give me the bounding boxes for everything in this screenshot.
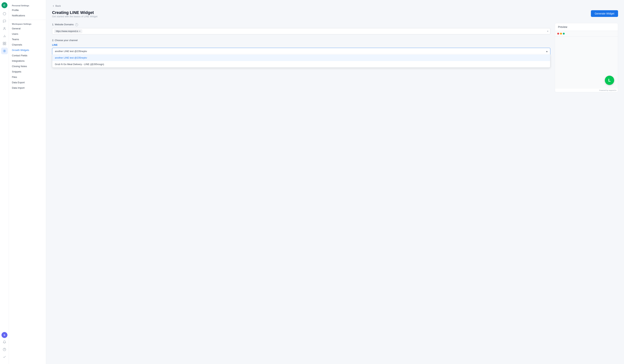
svg-point-0 [3,12,6,15]
channel-select[interactable]: another LINE test @235rwykv ▴ [52,48,550,54]
main-content: Back Creating LINE Widget Get started wi… [46,0,624,364]
workspace-settings-title: Workspace Settings [9,21,46,26]
preview-window-bar [555,31,618,37]
form-section: 1. Website Domains ? https://www.respond… [52,23,550,360]
step-1-label: 1. Website Domains ? [52,23,550,26]
contacts-icon[interactable] [1,25,8,32]
domain-tags: https://www.respond.io × [54,29,547,33]
sidebar-item-files[interactable]: Files [9,74,46,80]
sidebar-item-users[interactable]: Users [9,31,46,37]
sidebar-item-growth-widgets[interactable]: Growth Widgets [9,47,46,53]
network-icon[interactable] [1,40,8,47]
channel-dropdown: another LINE test @235rwykv Grub N Go Me… [52,54,550,68]
sidebar: Personal Settings Profile Notifications … [9,0,46,364]
personal-settings-title: Personal Settings [9,3,46,7]
step-2-channel: 2. Choose your channel LINE another LINE… [52,39,550,68]
sidebar-item-snippets[interactable]: Snippets [9,69,46,74]
content-area: 1. Website Domains ? https://www.respond… [52,23,618,360]
domain-input-wrapper[interactable]: https://www.respond.io × ▾ [52,28,550,34]
svg-point-1 [4,27,5,28]
domain-dropdown-arrow: ▾ [547,30,548,32]
line-fab-button: L [605,76,614,85]
line-logo-icon: L [608,78,611,83]
window-dot-yellow [560,33,562,35]
checkmark-icon[interactable] [1,354,8,360]
channel-select-wrapper: another LINE test @235rwykv ▴ another LI… [52,48,550,68]
step-1-website-domains: 1. Website Domains ? https://www.respond… [52,23,550,34]
svg-rect-7 [3,44,4,45]
sidebar-item-notifications[interactable]: Notifications [9,13,46,18]
bell-icon[interactable] [1,339,8,345]
page-subtitle: Get started with the basics of LINE Widg… [52,15,97,18]
svg-rect-8 [5,44,6,45]
back-label: Back [55,4,61,7]
channel-option-1[interactable]: Grub N Go Meal Delivery - LINE (@265rssg… [52,61,550,68]
sidebar-item-closing-notes[interactable]: Closing Notes [9,64,46,69]
page-title: Creating LINE Widget [52,10,97,15]
user-avatar[interactable]: S [1,332,7,338]
settings-icon[interactable] [1,48,8,54]
reports-icon[interactable] [1,33,8,39]
channel-type-label: LINE [52,44,550,46]
help-circle-icon[interactable] [1,346,8,353]
svg-rect-5 [3,42,4,43]
selected-channel-label: another LINE test @235rwykv [55,50,87,52]
page-header: Creating LINE Widget Get started with th… [52,10,618,22]
window-dot-green [563,33,565,35]
sidebar-item-integrations[interactable]: Integrations [9,58,46,64]
icon-bar: C S [0,0,9,364]
channel-option-0[interactable]: another LINE test @235rwykv [52,54,550,61]
chat-icon[interactable] [1,18,8,25]
workspace-avatar[interactable]: C [1,2,7,8]
sidebar-item-profile[interactable]: Profile [9,7,46,13]
back-arrow-icon [52,5,55,7]
domain-tag-remove[interactable]: × [79,30,80,32]
channel-select-arrow-up: ▴ [546,50,547,52]
generate-widget-button[interactable]: Generate Widget [591,10,618,17]
back-link[interactable]: Back [52,4,618,7]
preview-body: L [555,37,618,89]
website-domains-help-icon[interactable]: ? [75,23,78,26]
sidebar-item-contact-fields[interactable]: Contact Fields [9,53,46,58]
sidebar-item-teams[interactable]: Teams [9,37,46,42]
sidebar-item-data-export[interactable]: Data Export [9,80,46,85]
home-icon[interactable] [1,10,8,17]
step-2-label: 2. Choose your channel [52,39,550,42]
domain-tag: https://www.respond.io × [54,29,82,33]
sidebar-item-channels[interactable]: Channels [9,42,46,47]
svg-point-9 [4,51,5,52]
sidebar-item-data-import[interactable]: Data Import [9,85,46,91]
domain-tag-label: https://www.respond.io [56,30,78,32]
powered-by-label: Powered by respond.io [555,89,618,92]
sidebar-item-general[interactable]: General [9,26,46,31]
svg-rect-6 [5,42,6,43]
page-title-group: Creating LINE Widget Get started with th… [52,10,97,22]
window-dot-red [557,33,559,35]
preview-panel: Preview L Powered by respond.io [555,23,618,92]
preview-header: Preview [555,23,618,31]
